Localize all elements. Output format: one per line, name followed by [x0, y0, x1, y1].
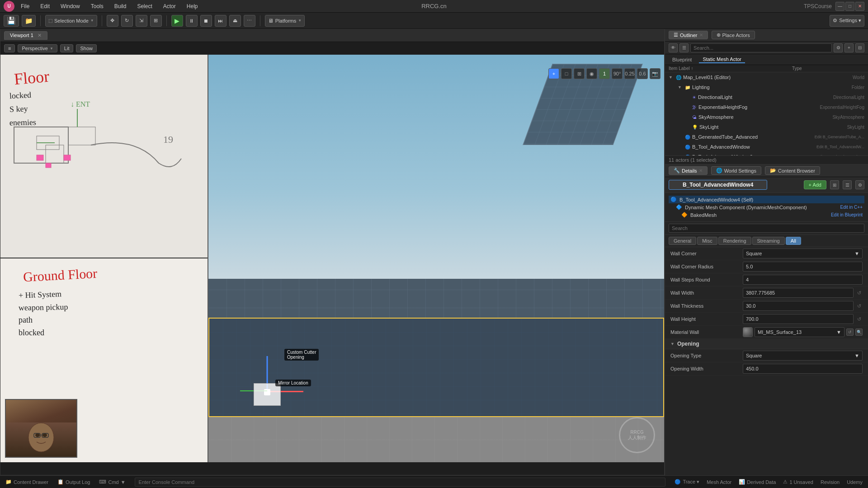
menu-item-edit[interactable]: Edit	[36, 2, 54, 10]
menu-item-tools[interactable]: Tools	[86, 2, 108, 10]
sub-tab-blueprint[interactable]: Blueprint	[669, 56, 695, 63]
tree-item-map-level01[interactable]: ▼ 🌐 Map_Level01 (Editor) World	[665, 72, 868, 82]
skip-button[interactable]: ⏭	[215, 15, 226, 27]
tree-item-sky-light[interactable]: 💡 SkyLight SkyLight	[665, 122, 868, 132]
tree-item-b-gen-tube[interactable]: 🔵 B_GeneratedTube_Advanced Edit B_Genera…	[665, 132, 868, 142]
outliner-filter-icon[interactable]: ☰	[679, 43, 689, 52]
wall-height-input[interactable]	[743, 314, 854, 324]
filter-tab-rendering[interactable]: Rendering	[718, 237, 751, 245]
menu-item-window[interactable]: Window	[56, 2, 85, 10]
unsaved-indicator[interactable]: ⚠ 1 Unsaved	[783, 479, 813, 485]
tree-item-b-tool-win2[interactable]: 🔵 B_Tool_AdvancedWindow2 Edit B_Tool_Adv…	[665, 152, 868, 155]
viewport-exposure-icon[interactable]: 0.6	[637, 68, 648, 79]
opening-section-header[interactable]: ▼ Opening	[665, 339, 868, 349]
edit-cpp-link[interactable]: Edit in C++	[840, 205, 863, 210]
edit-blueprint-link[interactable]: Edit in Blueprint	[831, 212, 863, 217]
filter-tab-misc[interactable]: Misc	[697, 237, 717, 245]
wall-thickness-input[interactable]	[743, 301, 854, 311]
material-refresh-icon[interactable]: ↺	[846, 328, 854, 336]
content-browser-tab[interactable]: 📂 Content Browser	[765, 166, 820, 175]
outliner-tab-close[interactable]: ✕	[699, 33, 703, 38]
3d-viewport[interactable]: Custom CutterOpening Mirror Location RRC…	[208, 55, 664, 462]
tree-item-exp-fog[interactable]: 🌫 ExponentialHeightFog ExponentialHeight…	[665, 102, 868, 112]
viewport-perspective-icon[interactable]: +	[548, 68, 559, 79]
viewport-ortho-icon[interactable]: □	[561, 68, 572, 79]
perspective-button[interactable]: Perspective ▼	[18, 44, 57, 52]
add-component-button[interactable]: + Add	[804, 180, 826, 189]
expand-arrow[interactable]: ▼	[669, 75, 674, 80]
tree-item-b-tool-win1[interactable]: 🔵 B_Tool_AdvancedWindow Edit B_Tool_Adva…	[665, 142, 868, 152]
outliner-eye-icon[interactable]: 👁	[669, 43, 678, 52]
platforms-dropdown[interactable]: 🖥 Platforms ▼	[265, 15, 305, 27]
material-browse-icon[interactable]: 🔍	[855, 328, 863, 336]
tree-item-lighting[interactable]: ▼ 📁 Lighting Folder	[665, 82, 868, 92]
tree-item-directional-light[interactable]: ☀ DirectionalLight DirectionalLight	[665, 92, 868, 102]
type-column-header[interactable]: Type	[792, 66, 864, 71]
wall-steps-round-input[interactable]	[743, 275, 863, 285]
content-browser-button[interactable]: 📁	[22, 15, 36, 27]
wall-width-reset-icon[interactable]: ↺	[855, 290, 863, 296]
scale-tool[interactable]: ⇲	[136, 15, 147, 27]
details-tab[interactable]: 🔧 Details ✕	[669, 166, 708, 175]
wall-corner-radius-input[interactable]	[743, 262, 863, 272]
console-command-input[interactable]	[135, 478, 666, 487]
eject-button[interactable]: ⏏	[229, 15, 241, 27]
more-play-options[interactable]: ⋯	[244, 15, 255, 27]
place-actors-tab[interactable]: ⊕ Place Actors	[712, 31, 755, 39]
selection-mode-dropdown[interactable]: ⬚ Selection Mode ▼	[45, 15, 97, 27]
stop-button[interactable]: ⏹	[200, 15, 212, 27]
sub-tab-static-mesh[interactable]: Static Mesh Actor	[699, 56, 745, 63]
wall-corner-dropdown[interactable]: Square ▼	[743, 249, 863, 258]
wall-height-reset-icon[interactable]: ↺	[855, 316, 863, 322]
details-settings-icon[interactable]: ⚙	[855, 180, 864, 189]
filter-tab-general[interactable]: General	[669, 237, 696, 245]
viewport-tab-close[interactable]: ✕	[38, 33, 42, 38]
close-button[interactable]: ✕	[855, 2, 864, 11]
filter-tab-streaming[interactable]: Streaming	[752, 237, 785, 245]
expand-arrow[interactable]: ▼	[678, 85, 683, 89]
opening-width-input[interactable]	[743, 364, 863, 374]
outliner-collapse-icon[interactable]: ⊟	[855, 43, 864, 52]
menu-item-build[interactable]: Build	[110, 2, 131, 10]
viewport-fov-icon[interactable]: 90°	[612, 68, 623, 79]
wall-width-input[interactable]	[743, 288, 854, 298]
outliner-add-icon[interactable]: +	[844, 43, 854, 52]
outliner-search-input[interactable]	[690, 43, 832, 52]
play-button[interactable]: ▶	[171, 15, 183, 27]
viewport-options-button[interactable]: ≡	[4, 44, 15, 52]
comp-item-dynamic-mesh[interactable]: 🔷 Dynamic Mesh Component (DynamicMeshCom…	[669, 203, 864, 211]
maximize-button[interactable]: □	[845, 2, 854, 11]
viewport-stats-icon[interactable]: 1	[599, 68, 610, 79]
viewport-grid-icon[interactable]: ⊞	[574, 68, 585, 79]
show-button[interactable]: Show	[76, 44, 97, 52]
outliner-tab[interactable]: ☰ Outliner ✕	[669, 31, 708, 39]
viewport-render-icon[interactable]: ◉	[586, 68, 597, 79]
save-all-button[interactable]: 💾	[4, 15, 19, 27]
revision-button[interactable]: Revision	[821, 479, 840, 485]
menu-item-actor[interactable]: Actor	[159, 2, 180, 10]
outliner-settings-icon[interactable]: ⚙	[834, 43, 843, 52]
viewport-1-tab[interactable]: Viewport 1 ✕	[4, 31, 47, 40]
details-tab-close[interactable]: ✕	[699, 168, 703, 173]
viewport-camera-icon[interactable]: 📷	[650, 68, 660, 79]
content-drawer-button[interactable]: 📁 Content Drawer	[5, 479, 48, 485]
item-label-column-header[interactable]: Item Label ↑	[669, 66, 792, 71]
lit-button[interactable]: Lit	[60, 44, 74, 52]
menu-item-help[interactable]: Help	[182, 2, 203, 10]
world-settings-tab[interactable]: 🌐 World Settings	[711, 166, 761, 175]
rotate-tool[interactable]: ↻	[121, 15, 133, 27]
output-log-button[interactable]: 📋 Output Log	[57, 479, 90, 485]
trace-button[interactable]: 🔵 Trace ▾	[675, 479, 699, 485]
menu-item-file[interactable]: File	[16, 2, 34, 10]
comp-item-self[interactable]: 🔵 B_Tool_AdvancedWindow4 (Self)	[669, 196, 864, 203]
pause-button[interactable]: ⏸	[186, 15, 198, 27]
details-list-view-icon[interactable]: ☰	[843, 180, 852, 189]
minimize-button[interactable]: —	[835, 2, 844, 11]
wall-thickness-reset-icon[interactable]: ↺	[855, 303, 863, 309]
comp-item-baked-mesh[interactable]: 🔶 BakedMesh Edit in Blueprint	[669, 211, 864, 219]
details-grid-view-icon[interactable]: ⊞	[830, 180, 839, 189]
move-tool[interactable]: ✥	[107, 15, 118, 27]
filter-tab-all[interactable]: All	[786, 237, 801, 245]
property-search-input[interactable]	[669, 224, 864, 233]
viewport-speed-icon[interactable]: 0.25	[624, 68, 635, 79]
